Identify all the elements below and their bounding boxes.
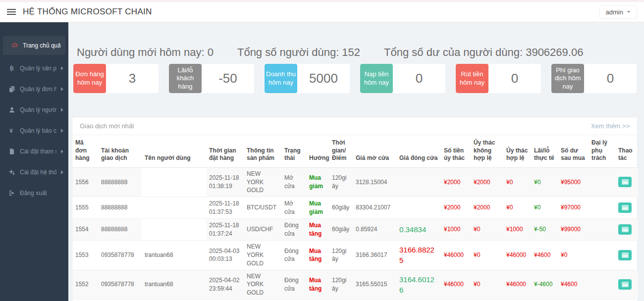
cell-profit: ¥-4600 [531, 270, 558, 299]
cell-username [142, 197, 206, 219]
cell-valid: ¥46000 [503, 241, 531, 270]
sidebar-item-label: Cài đặt hệ thống [20, 169, 56, 176]
cell-invalid: ¥0 [471, 241, 503, 270]
cell-time: 2025-04-02 23:56:14 [206, 299, 244, 301]
cell-duration: 120giây [329, 241, 353, 270]
svg-text:B: B [9, 65, 13, 71]
cell-product: NEW YORK GOLD [244, 167, 281, 197]
view-order-button[interactable] [618, 279, 632, 290]
column-header-product: Thông tin sản phẩm [244, 135, 281, 167]
cell-open: 3166.36017 [353, 241, 396, 270]
cell-status: Mở cửa [281, 197, 306, 219]
cell-invalid: ¥2000 [471, 167, 503, 197]
cell-close [396, 197, 441, 219]
cell-open: 83304.21007 [353, 197, 396, 219]
table-row: 1556888888882025-11-18 01:38:19NEW YORK … [72, 167, 638, 197]
cell-entrust: ¥1000 [441, 219, 471, 241]
cell-direction: Mua tăng [306, 270, 329, 299]
yen-icon: ¥ [8, 127, 15, 135]
column-header-open: Giá mở cửa [353, 135, 396, 167]
cell-action [615, 167, 638, 197]
column-header-invalid: Ủy thác không hợp lệ [471, 135, 503, 167]
cell-close: 0.34834 [396, 219, 441, 241]
cell-agent [589, 241, 615, 270]
sidebar-item-users[interactable]: Quản lý người dùng [0, 100, 68, 120]
view-order-button[interactable] [618, 202, 632, 213]
view-order-button[interactable] [618, 224, 632, 235]
cell-time: 2025-04-02 23:59:44 [206, 270, 244, 299]
view-order-button[interactable] [618, 177, 632, 187]
cell-agent [589, 299, 615, 301]
cell-duration: 120giây [329, 270, 353, 299]
hamburger-menu-icon[interactable] [7, 7, 16, 16]
see-more-link[interactable]: Xem thêm >> [591, 122, 630, 130]
cell-time: 2025-11-18 01:37:53 [206, 197, 244, 219]
sidebar-item-reports[interactable]: ¥ Quản lý báo cáo [0, 120, 68, 141]
column-header-time: Thời gian đặt hàng [206, 135, 244, 167]
stat-box-withdrawals-today: Rút tiền hôm nay 0 [456, 64, 541, 93]
cell-entrust: ¥2000 [441, 167, 471, 197]
sidebar-item-parameters[interactable]: Cài đặt tham số [0, 141, 68, 162]
cell-entrust: ¥2000 [441, 197, 471, 219]
column-header-balance: Số dư sau mua [558, 135, 589, 167]
cell-status: Đóng cửa [281, 241, 306, 270]
sidebar: Trang chủ quản trị B Quản lý sản phẩm Qu… [0, 22, 68, 301]
cell-valid: ¥46000 [503, 299, 531, 301]
copy-icon [8, 86, 15, 93]
cell-entrust: ¥46000 [441, 241, 471, 270]
dashboard-icon [11, 42, 18, 50]
stat-total-balance: Tổng số dư của người dùng3906269.06 [384, 46, 583, 59]
cell-entrust: ¥46000 [441, 270, 471, 299]
sidebar-item-dashboard[interactable]: Trang chủ quản trị [3, 36, 65, 55]
sidebar-item-products[interactable]: B Quản lý sản phẩm [0, 58, 68, 79]
cell-balance: ¥99000 [558, 219, 589, 241]
cell-direction: Mua giảm [306, 197, 329, 219]
cell-balance: ¥97000 [558, 197, 589, 219]
cell-agent [589, 197, 615, 219]
cell-balance: ¥0 [558, 241, 589, 270]
cell-account: 88888888 [98, 197, 142, 219]
cell-product: NEW YORK GOLD [244, 299, 281, 301]
stat-box-orders-today: Đơn hàng hôm nay 3 [73, 64, 159, 93]
cell-profit: ¥4600 [531, 241, 558, 270]
chevron-right-icon [61, 108, 63, 112]
cell-agent [589, 219, 615, 241]
sidebar-item-logout[interactable]: Đăng xuất [0, 183, 68, 203]
column-header-duration: Thời gian/Điểm [329, 135, 353, 167]
column-header-direction: Hướng [306, 135, 329, 167]
chevron-right-icon [61, 150, 63, 153]
stats-summary: Người dùng mới hôm nay0 Tổng số người dù… [77, 46, 644, 59]
panel-header: Giao dịch mới nhất Xem thêm >> [72, 117, 637, 135]
cell-valid: ¥1000 [503, 219, 531, 241]
sidebar-item-orders[interactable]: Quản lý đơn hàng [0, 79, 68, 100]
cell-invalid: ¥0 [471, 219, 503, 241]
cell-username [142, 167, 206, 197]
table-row: 15520935878778trantuan682025-04-02 23:59… [72, 270, 638, 299]
cell-direction: Mua tăng [306, 299, 329, 301]
sidebar-item-label: Cài đặt tham số [20, 148, 56, 155]
stat-total-users: Tổng số người dùng152 [237, 46, 360, 59]
sidebar-item-label: Quản lý người dùng [20, 106, 56, 113]
cell-direction: Mua tăng [306, 241, 329, 270]
stat-box-customer-pnl: Lãi/lỗ khách hàng -50 [169, 64, 254, 93]
main-content: Người dùng mới hôm nay0 Tổng số người dù… [68, 22, 644, 301]
cell-id: 1552 [72, 270, 98, 299]
sidebar-item-system-settings[interactable]: Cài đặt hệ thống [0, 162, 68, 183]
column-header-agent: Đại lý phụ trách [589, 135, 615, 167]
column-header-valid: Ủy thác hợp lệ [503, 135, 531, 167]
cell-id: 1553 [72, 241, 98, 270]
table-row: 1554888888882025-11-18 01:37:24USD/CHFĐó… [72, 219, 638, 241]
column-header-id: Mã đơn hàng [72, 135, 98, 167]
cell-account: 0935878778 [98, 241, 142, 270]
cell-status: Đóng cửa [281, 219, 306, 241]
cell-open: 3165.46015 [353, 299, 396, 301]
admin-dropdown[interactable]: admin [599, 5, 637, 19]
chevron-right-icon [61, 87, 63, 91]
cell-id: 1551 [72, 299, 98, 301]
column-header-entrust: Số tiền ủy thác [441, 135, 471, 167]
view-order-button[interactable] [618, 250, 632, 260]
cell-time: 2025-04-03 00:03:13 [206, 241, 244, 270]
table-body: 1556888888882025-11-18 01:38:19NEW YORK … [72, 167, 638, 301]
panel-title: Giao dịch mới nhất [80, 122, 134, 130]
cell-account: 0935878778 [98, 299, 142, 301]
